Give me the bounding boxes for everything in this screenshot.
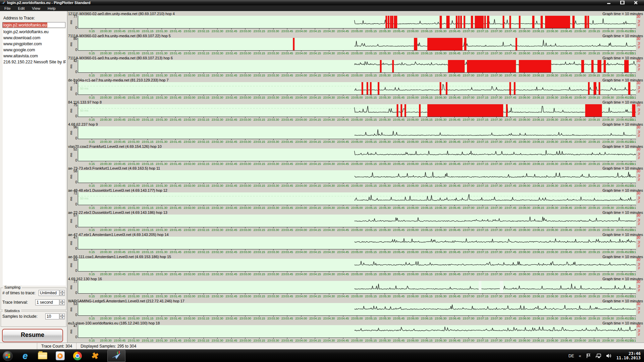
- file-explorer-icon[interactable]: [38, 351, 48, 361]
- internet-explorer-icon[interactable]: e: [20, 351, 30, 361]
- packet-loss-bar: [394, 16, 397, 28]
- times-to-trace-value[interactable]: Unlimited: [39, 290, 59, 296]
- spin-up-icon[interactable]: ▲: [60, 313, 65, 316]
- samples-to-include-value[interactable]: 10: [45, 313, 59, 319]
- hop-graph: 77ms030PL%: [67, 16, 644, 28]
- time-tick-label: 23:05.00: [351, 117, 363, 121]
- time-tick-label: 23:06.00: [407, 205, 419, 209]
- hop-plot[interactable]: [78, 38, 636, 51]
- time-tick-label: 23:01.15: [142, 227, 154, 232]
- time-tick-label: 23:05.30: [379, 117, 391, 121]
- orange-utility-icon[interactable]: ✖: [90, 351, 100, 361]
- spinner-arrows[interactable]: ▲ ▼: [60, 299, 65, 305]
- show-hidden-icons-chevron-icon[interactable]: «: [579, 353, 581, 358]
- trace-interval-label: Trace Interval:: [2, 300, 34, 305]
- time-tick-label: 23:02.45: [225, 139, 237, 143]
- spin-down-icon[interactable]: ▼: [60, 293, 65, 296]
- hop-plot[interactable]: 50 ms: [78, 82, 636, 95]
- time-tick-label: 23:06.45: [449, 28, 461, 33]
- trace-interval-value[interactable]: 1 second: [35, 299, 59, 305]
- time-tick-label: 23:08.30: [546, 161, 558, 166]
- target-item[interactable]: www.pingplotter.com: [3, 41, 66, 47]
- time-tick-label: 23:03.45: [281, 294, 293, 298]
- time-tick-label: 23:07.30: [491, 316, 502, 320]
- folder-glyph: [38, 352, 47, 359]
- time-tick-label: 23:01.45: [170, 316, 181, 320]
- restore-button[interactable]: [620, 1, 625, 5]
- time-tick-label: 23:05.00: [351, 73, 363, 77]
- time-axis: 0.1523:00.3023:00.4523:01.0023:01.1523:0…: [78, 227, 636, 232]
- hop-plot[interactable]: [78, 325, 636, 338]
- hop-plot[interactable]: 50 ms: [78, 192, 636, 205]
- hop-plot[interactable]: [78, 303, 636, 316]
- hop-plot[interactable]: [78, 60, 636, 73]
- minimize-button[interactable]: [606, 1, 611, 5]
- keyboard-language-indicator[interactable]: DE: [569, 354, 574, 358]
- hop-plot[interactable]: [78, 126, 636, 139]
- time-tick-label: 23:03.00: [239, 95, 251, 99]
- spinner-arrows[interactable]: ▲ ▼: [60, 313, 65, 319]
- action-center-flag-icon[interactable]: [586, 353, 591, 358]
- time-tick-label: 23:06.00: [407, 338, 419, 342]
- time-tick-label: 0.15: [89, 205, 95, 209]
- close-button[interactable]: [633, 1, 638, 5]
- spin-down-icon[interactable]: ▼: [60, 302, 65, 305]
- hop-plot[interactable]: [78, 259, 636, 272]
- times-to-trace-spinner[interactable]: Unlimited ▲ ▼: [39, 290, 65, 296]
- clock[interactable]: 23:46 11.10.2013: [616, 352, 641, 360]
- time-tick-label: 0.15: [89, 95, 95, 99]
- trace-interval-spinner[interactable]: 1 second ▲ ▼: [35, 299, 65, 305]
- time-tick-label: 23:04.30: [323, 205, 335, 209]
- time-tick-label: 23:08.45: [560, 294, 572, 298]
- hop-plot[interactable]: [78, 215, 636, 227]
- time-tick-label: 23:08.00: [519, 272, 530, 276]
- hop-plot[interactable]: 50 ms: [78, 104, 636, 117]
- time-tick-label: 23:04.30: [323, 338, 335, 342]
- target-item[interactable]: login.p2.worldoftanks.eu: [3, 29, 66, 35]
- time-tick-label: 23:02.00: [184, 205, 196, 209]
- menu-help[interactable]: Help: [44, 6, 59, 11]
- hop-plot[interactable]: [78, 148, 636, 161]
- time-tick-label: 23:08.30: [546, 117, 558, 121]
- menu-edit[interactable]: Edit: [14, 6, 29, 11]
- target-item[interactable]: www.download.com: [3, 35, 66, 41]
- time-tick-label: 23:08.15: [533, 51, 544, 55]
- y-axis-unit-label: ms: [69, 153, 73, 157]
- time-tick-label: 23:09.00: [574, 205, 586, 209]
- loss-y-axis: 30PL%: [636, 82, 644, 95]
- time-tick-label: 23:1: [628, 227, 634, 232]
- target-item[interactable]: www.google.com: [3, 47, 66, 53]
- packet-loss-bar: [405, 104, 406, 117]
- resume-button[interactable]: Resume: [2, 329, 63, 342]
- time-tick-label: 23:04.00: [295, 272, 307, 276]
- hop-header: 1211F-MX960-02-ae0.dtm.unity-media.net (…: [67, 11, 644, 16]
- menu-view[interactable]: View: [28, 6, 44, 11]
- hop-plot[interactable]: [78, 16, 636, 28]
- media-player-icon[interactable]: [55, 351, 65, 361]
- spin-up-icon[interactable]: ▲: [60, 299, 65, 302]
- hop-plot[interactable]: [78, 170, 636, 183]
- network-icon[interactable]: [595, 353, 601, 358]
- target-item[interactable]: 216.92.150.222 Nessoft Site by IP: [3, 59, 66, 65]
- pingplotter-taskbar-button[interactable]: [107, 350, 125, 362]
- chrome-icon[interactable]: [72, 351, 83, 361]
- address-input[interactable]: login.p2.worldoftanks.eu: [2, 22, 65, 28]
- spin-down-icon[interactable]: ▼: [60, 316, 65, 319]
- windows-start-orb[interactable]: [3, 351, 13, 361]
- time-tick-label: 23:07.15: [477, 51, 488, 55]
- loss-axis-max-label: 30: [637, 147, 640, 151]
- time-tick-label: 23:09.45: [616, 183, 628, 187]
- time-tick-label: 23:09.15: [588, 249, 600, 254]
- samples-to-include-spinner[interactable]: 10 ▲ ▼: [45, 313, 65, 319]
- time-tick-label: 23:02.30: [212, 205, 223, 209]
- spin-up-icon[interactable]: ▲: [60, 290, 65, 293]
- time-tick-label: 23:05.45: [393, 316, 405, 320]
- speaker-icon[interactable]: [606, 353, 612, 358]
- spinner-arrows[interactable]: ▲ ▼: [60, 290, 65, 296]
- hop-plot[interactable]: [78, 237, 636, 249]
- target-item[interactable]: www.altavista.com: [3, 53, 66, 59]
- time-tick-label: 23:07.45: [504, 28, 516, 33]
- menu-file[interactable]: File: [1, 6, 14, 11]
- time-tick-label: 23:08.30: [546, 95, 558, 99]
- hop-plot[interactable]: [78, 281, 636, 294]
